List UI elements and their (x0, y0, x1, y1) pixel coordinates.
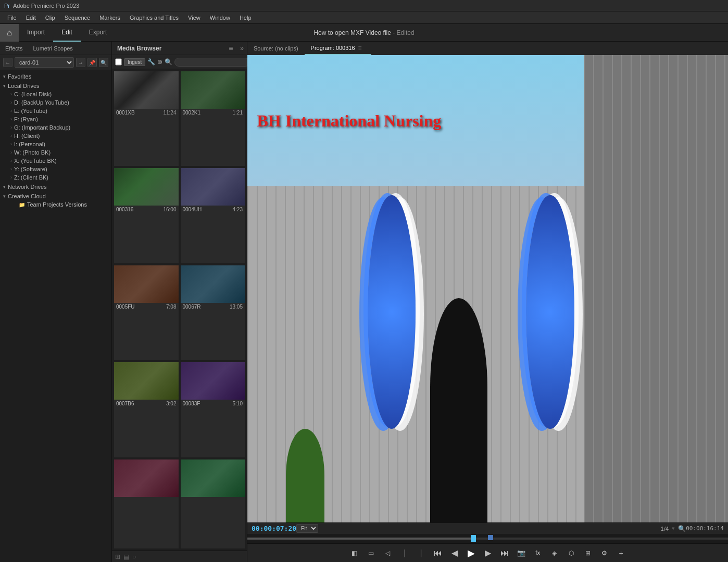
scrubber-head[interactable] (471, 535, 476, 542)
thumb-0001XB[interactable]: 0001XB 11:24 (114, 71, 179, 166)
drive-d[interactable]: › D: (BackUp YouTube) (0, 98, 111, 107)
drive-x[interactable]: › X: (YouTube BK) (0, 157, 111, 165)
sep1: | (397, 546, 412, 560)
import-tab[interactable]: Import (19, 24, 53, 42)
go-in-btn[interactable]: ⏮ (431, 546, 445, 560)
thumb-0004UH[interactable]: 0004UH 4:23 (181, 168, 245, 263)
thumb-0007B6[interactable]: 0007B6 3:02 (114, 362, 179, 457)
card-dropdown[interactable]: card-01 (15, 57, 74, 68)
mark-btn[interactable]: ◈ (547, 546, 562, 560)
media-expand-btn[interactable]: » (237, 45, 247, 52)
fit-dropdown[interactable]: Fit (296, 524, 318, 533)
program-monitor-menu[interactable]: ≡ (355, 44, 365, 52)
thumb-0007B6-label: 0007B6 3:02 (114, 400, 179, 407)
network-drives-section: ▾ Network Drives (0, 183, 111, 191)
network-drives-header[interactable]: ▾ Network Drives (0, 183, 111, 191)
menu-edit[interactable]: Edit (22, 14, 40, 22)
arch-entrance (430, 298, 488, 522)
menu-help[interactable]: Help (235, 14, 256, 22)
thumb-extra2-label (181, 497, 245, 499)
wrench-icon[interactable]: 🔧 (147, 57, 155, 67)
search-left-btn[interactable]: 🔍 (99, 58, 108, 67)
thumb-0007B6-img (114, 362, 179, 400)
media-search-input[interactable] (174, 58, 250, 67)
drive-y[interactable]: › Y: (Software) (0, 165, 111, 173)
source-monitor-tab[interactable]: Source: (no clips) (247, 42, 305, 55)
menu-clip[interactable]: Clip (41, 14, 59, 22)
thumb-00083F[interactable]: 00083F 5:10 (181, 362, 245, 457)
ingest-btn[interactable]: Ingest (124, 58, 145, 66)
nav-next[interactable]: → (76, 58, 85, 67)
export-frame-btn[interactable]: ⬡ (564, 546, 579, 560)
drive-w[interactable]: › W: (Photo BK) (0, 148, 111, 157)
nav-prev[interactable]: ← (3, 58, 12, 67)
thumb-extra2-img (181, 459, 245, 497)
drive-c[interactable]: › C: (Local Disk) (0, 90, 111, 98)
fx-btn[interactable]: fx (531, 546, 545, 560)
thumb-0002K1-label: 0002K1 1:21 (181, 109, 245, 117)
thumb-00067R[interactable]: 00067R 13:05 (181, 265, 245, 360)
media-search-btn[interactable]: 🔍 (165, 57, 172, 67)
pin-btn[interactable]: 📌 (87, 58, 97, 67)
edit-tab[interactable]: Edit (53, 24, 81, 42)
multi-cam-btn[interactable]: ⊞ (581, 546, 595, 560)
clip-btn[interactable]: ▭ (364, 546, 379, 560)
media-grid: 0001XB 11:24 0002K1 1:21 000316 16:00 (112, 69, 247, 551)
program-time-display: 00:00:07:20 (252, 525, 296, 532)
add-btn[interactable]: + (614, 546, 629, 560)
thumb-extra1[interactable] (114, 459, 179, 548)
thumb-0005FU[interactable]: 0005FU 7:08 (114, 265, 179, 360)
list-view-icon[interactable]: ▤ (123, 553, 129, 560)
drive-h[interactable]: › H: (Client) (0, 132, 111, 140)
scrubber-progress (247, 538, 473, 540)
thumb-0001XB-img (114, 71, 179, 109)
in-point-btn[interactable]: ◁ (381, 546, 395, 560)
drive-i[interactable]: › I: (Personal) (0, 140, 111, 148)
home-tab[interactable]: ⌂ (0, 24, 19, 42)
team-projects-item[interactable]: 📁 Team Projects Versions (0, 200, 111, 209)
thumb-extra2[interactable] (181, 459, 245, 548)
panel-tabs: Effects Lumetri Scopes (0, 42, 111, 55)
export-tab[interactable]: Export (81, 24, 116, 42)
menu-markers[interactable]: Markers (95, 14, 124, 22)
drive-z[interactable]: › Z: (Client BK) (0, 173, 111, 182)
monitor-settings-btn[interactable]: ⚙ (597, 546, 612, 560)
freeform-icon[interactable]: ○ (132, 553, 136, 560)
media-browser-tab[interactable]: Media Browser (112, 42, 167, 55)
program-monitor-tab[interactable]: Program: 000316 ≡ (305, 42, 371, 55)
play-btn[interactable]: ▶ (464, 546, 479, 560)
thumb-0002K1[interactable]: 0002K1 1:21 (181, 71, 245, 166)
thumb-extra1-label (114, 497, 179, 499)
media-panel-menu-btn[interactable]: ≡ (224, 44, 237, 53)
tab-effects[interactable]: Effects (0, 42, 28, 55)
thumb-000316[interactable]: 000316 16:00 (114, 168, 179, 263)
project-title: How to open MXF Video file - Edited (313, 29, 414, 36)
favorites-section: ▾ Favorites (0, 72, 111, 81)
camera-btn[interactable]: 📷 (514, 546, 529, 560)
menu-sequence[interactable]: Sequence (60, 14, 95, 22)
drive-e[interactable]: › E: (YouTube) (0, 107, 111, 115)
local-drives-header[interactable]: ▾ Local Drives (0, 82, 111, 90)
favorites-header[interactable]: ▾ Favorites (0, 72, 111, 81)
menu-window[interactable]: Window (206, 14, 234, 22)
thumb-00083F-label: 00083F 5:10 (181, 400, 245, 407)
menu-view[interactable]: View (184, 14, 205, 22)
go-out-btn[interactable]: ⏭ (497, 546, 512, 560)
ingest-checkbox[interactable] (115, 58, 122, 66)
add-marker-btn[interactable]: ◧ (347, 546, 362, 560)
step-back-btn[interactable]: ◀ (447, 546, 462, 560)
zoom-icon[interactable]: 🔍 (678, 525, 686, 532)
filter-icon[interactable]: ⊛ (157, 57, 162, 67)
thumb-extra1-img (114, 459, 179, 497)
fraction-display: 1/4 (661, 526, 669, 532)
drive-f[interactable]: › F: (Ryan) (0, 115, 111, 123)
grid-view-icon[interactable]: ⊞ (115, 553, 120, 560)
menu-file[interactable]: File (3, 14, 21, 22)
menu-bar: File Edit Clip Sequence Markers Graphics… (0, 11, 728, 24)
monitor-scrubber[interactable] (247, 534, 728, 543)
step-fwd-btn[interactable]: ▶ (481, 546, 495, 560)
tab-lumetri[interactable]: Lumetri Scopes (28, 42, 78, 55)
menu-graphics[interactable]: Graphics and Titles (125, 14, 183, 22)
drive-g[interactable]: › G: (Important Backup) (0, 123, 111, 132)
creative-cloud-header[interactable]: ▾ Creative Cloud (0, 192, 111, 200)
